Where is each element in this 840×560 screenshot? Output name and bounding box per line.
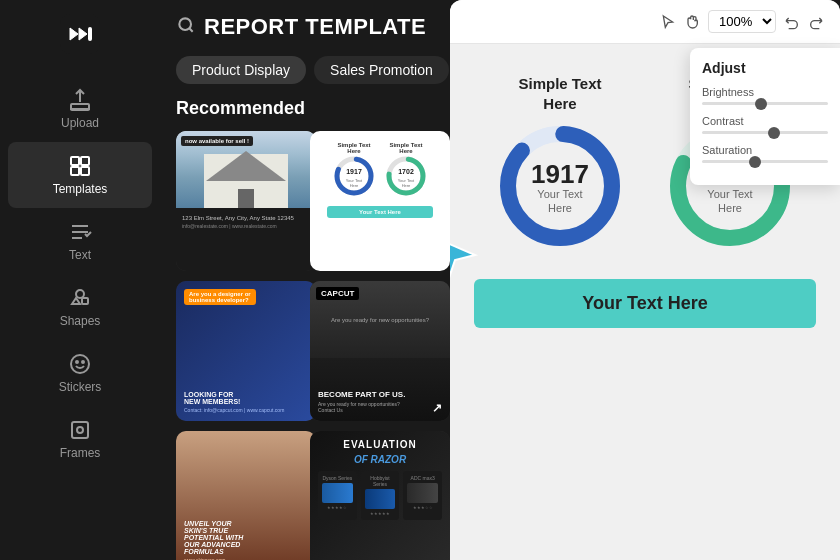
sidebar-label-upload: Upload [61, 116, 99, 130]
template-card-house[interactable]: now available for sell ! 123 Elm Street,… [176, 131, 316, 271]
svg-marker-29 [450, 240, 475, 275]
cta-banner[interactable]: Your Text Here [474, 279, 816, 328]
cursor-arrow [450, 230, 480, 284]
hand-tool-button[interactable] [684, 14, 700, 30]
adjust-brightness-slider[interactable] [702, 102, 828, 105]
template-card-blue-promo[interactable]: Are you a designer orbusiness developer?… [176, 281, 316, 421]
template-grid: now available for sell ! 123 Elm Street,… [176, 131, 434, 560]
adjust-contrast-row: Contrast [702, 115, 828, 134]
gauge-1-label: Simple TextHere [518, 74, 601, 113]
sidebar-item-templates[interactable]: Templates [8, 142, 152, 208]
svg-point-7 [76, 290, 84, 298]
svg-rect-5 [71, 167, 79, 175]
sidebar-item-stickers[interactable]: Stickers [0, 340, 160, 406]
search-title: REPORT TEMPLATE [204, 14, 426, 40]
gauge-1-value: 1917 [531, 161, 589, 187]
template-card-razor[interactable]: EVALUATION OF RAZOR Dyson Series ★★★★☆ H… [310, 431, 450, 560]
svg-text:1702: 1702 [398, 168, 414, 175]
search-icon [176, 15, 196, 39]
adjust-title: Adjust [702, 60, 828, 76]
sidebar-item-shapes[interactable]: Shapes [0, 274, 160, 340]
search-bar: REPORT TEMPLATE [160, 0, 450, 54]
svg-rect-8 [82, 298, 88, 304]
adjust-contrast-label: Contrast [702, 115, 828, 127]
adjust-saturation-slider[interactable] [702, 160, 828, 163]
svg-rect-1 [88, 27, 92, 41]
sidebar-item-text[interactable]: Text [0, 208, 160, 274]
adjust-panel: Adjust Brightness Contrast Saturation [690, 48, 840, 185]
filter-tab-product-display[interactable]: Product Display [176, 56, 306, 84]
zoom-select[interactable]: 100% 75% 50% [708, 10, 776, 33]
sidebar-label-text: Text [69, 248, 91, 262]
adjust-brightness-label: Brightness [702, 86, 828, 98]
svg-rect-3 [71, 157, 79, 165]
template-card-become[interactable]: CAPCUT Are you ready for new opportuniti… [310, 281, 450, 421]
sidebar-label-frames: Frames [60, 446, 101, 460]
section-title: Recommended [176, 98, 434, 119]
svg-rect-6 [81, 167, 89, 175]
adjust-brightness-row: Brightness [702, 86, 828, 105]
sidebar-label-templates: Templates [53, 182, 108, 196]
svg-text:Here: Here [350, 183, 359, 188]
main-content: REPORT TEMPLATE Product Display Sales Pr… [160, 0, 450, 560]
svg-rect-4 [81, 157, 89, 165]
sidebar: Upload Templates Text Shapes [0, 0, 160, 560]
svg-point-13 [77, 427, 83, 433]
svg-point-14 [179, 18, 191, 30]
gauge-2-sub: Your TextHere [701, 187, 759, 216]
svg-rect-12 [72, 422, 88, 438]
cursor-tool-button[interactable] [660, 14, 676, 30]
svg-text:1917: 1917 [346, 168, 362, 175]
template-card-gauge[interactable]: Simple TextHere 1917 Your Text Here Simp… [310, 131, 450, 271]
sidebar-label-stickers: Stickers [59, 380, 102, 394]
sidebar-label-shapes: Shapes [60, 314, 101, 328]
template-card-woman[interactable]: UNVEIL YOURSKIN'S TRUEPOTENTIAL WITHOUR … [176, 431, 316, 560]
svg-text:Here: Here [402, 183, 411, 188]
svg-point-10 [76, 361, 78, 363]
svg-point-9 [71, 355, 89, 373]
sidebar-item-frames[interactable]: Frames [0, 406, 160, 472]
gauge-1-sub: Your TextHere [531, 187, 589, 216]
template-section: Recommended now available for sell ! 123… [160, 98, 450, 560]
filter-tab-sales-promotion[interactable]: Sales Promotion [314, 56, 449, 84]
gauge-item-1: Simple TextHere 1917 Your TextHere [495, 74, 625, 255]
preview-panel: 100% 75% 50% Simple TextHere [450, 0, 840, 560]
gauge-1-center: 1917 Your TextHere [531, 161, 589, 216]
filter-tabs: Product Display Sales Promotion [160, 54, 450, 98]
sidebar-item-upload[interactable]: Upload [0, 76, 160, 142]
adjust-saturation-row: Saturation [702, 144, 828, 163]
svg-point-11 [82, 361, 84, 363]
undo-button[interactable] [784, 14, 800, 30]
app-logo [58, 12, 102, 56]
preview-toolbar: 100% 75% 50% [450, 0, 840, 44]
redo-button[interactable] [808, 14, 824, 30]
adjust-contrast-slider[interactable] [702, 131, 828, 134]
gauge-1-chart: 1917 Your TextHere [495, 121, 625, 255]
adjust-saturation-label: Saturation [702, 144, 828, 156]
